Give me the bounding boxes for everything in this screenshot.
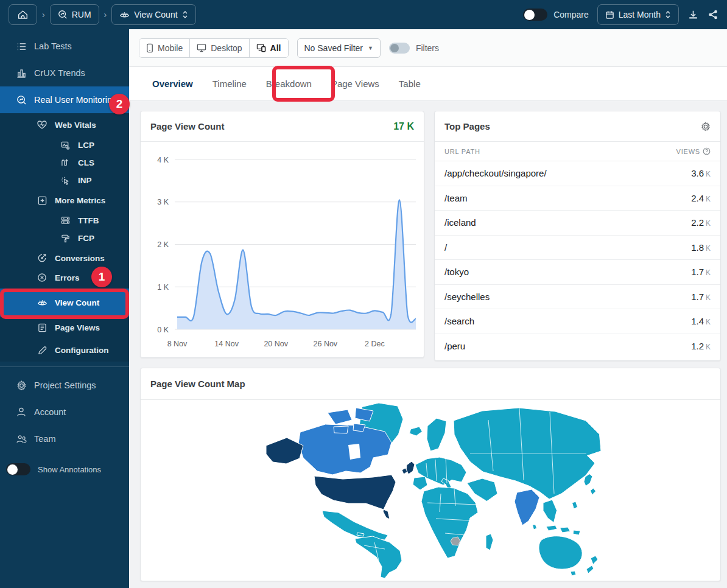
tab-table[interactable]: Table [399,79,421,89]
caret-down-icon: ▼ [368,45,373,51]
country-philippines [572,502,578,509]
region-arctic-islands [334,426,348,433]
list-icon [16,42,27,51]
sidebar: Lab Tests CrUX Trends Real User Monitori… [0,29,129,588]
device-all-button[interactable]: All [250,39,288,57]
saved-filter-value: No Saved Filter [304,43,363,53]
saved-filter-select[interactable]: No Saved Filter ▼ [297,38,381,58]
compare-toggle-knob [524,10,535,20]
sidebar-item-page-views[interactable]: Page Views [0,317,129,338]
devices-icon [256,43,266,52]
table-row[interactable]: /1.8K [435,236,720,261]
download-button[interactable] [687,9,699,20]
show-annotations-toggle[interactable] [6,463,30,475]
home-icon [18,10,28,19]
sidebar-item-more-metrics[interactable]: More Metrics [0,189,129,211]
country-sri-lanka [533,525,537,530]
map-nodata-countries[interactable] [451,537,460,545]
sidebar-item-inp[interactable]: INP [0,172,129,189]
plus-square-icon [37,196,47,205]
region-arctic-islands [353,424,365,432]
sidebar-item-view-count[interactable]: View Count [0,289,129,317]
panel-title: Page View Count [150,121,224,131]
sidebar-item-ttfb[interactable]: TTFB [0,211,129,229]
pencil-icon [37,346,47,355]
calendar-icon [605,10,614,19]
row-value: 2.2 [691,217,704,228]
region-arctic-islands [328,410,352,424]
row-path: /team [444,193,468,203]
filters-toggle[interactable] [389,43,410,54]
table-row[interactable]: /seychelles1.7K [435,285,720,310]
compare-toggle[interactable] [523,9,547,21]
tab-breakdown[interactable]: Breakdown [266,79,312,89]
error-circle-icon [37,273,47,282]
tab-timeline[interactable]: Timeline [212,79,247,89]
row-value: 3.6 [691,168,704,178]
shift-icon [60,159,71,167]
hudson-bay [348,444,360,460]
table-row[interactable]: /peru1.2K [435,334,720,359]
sidebar-item-crux-trends[interactable]: CrUX Trends [0,60,129,86]
row-unit: K [706,195,711,203]
device-desktop-button[interactable]: Desktop [190,39,249,57]
sidebar-item-project-settings[interactable]: Project Settings [0,372,129,399]
panel-title: Top Pages [444,121,490,131]
row-unit: K [706,318,711,326]
eye-icon [37,298,47,307]
sidebar-item-label: Errors [55,273,80,282]
share-button[interactable] [708,9,718,20]
tab-overview[interactable]: Overview [152,79,193,89]
world-map[interactable] [255,402,606,579]
row-unit: K [706,170,711,178]
table-row[interactable]: /iceland2.2K [435,211,720,236]
tab-page-views[interactable]: Page Views [331,79,379,89]
table-row[interactable]: /app/checkout/singapore/3.6K [435,161,720,186]
sidebar-item-lab-tests[interactable]: Lab Tests [0,33,129,60]
sidebar-item-label: Conversions [55,254,105,263]
sidebar-item-fcp[interactable]: FCP [0,229,129,247]
top-pages-panel: Top Pages URL PATH VIEWS /app/checkout/s… [434,111,721,361]
sidebar-item-label: Page Views [55,323,100,332]
top-pages-header: Top Pages [435,111,720,142]
sidebar-item-web-vitals[interactable]: Web Vitals [0,113,129,136]
country-iceland [410,427,423,436]
sidebar-item-label: Account [34,407,66,417]
svg-text:3 K: 3 K [157,198,169,206]
date-range-label: Last Month [619,10,661,19]
rum-icon [16,95,27,105]
sidebar-item-configuration[interactable]: Configuration [0,338,129,362]
eye-icon [119,10,130,19]
table-row[interactable]: /search1.4K [435,309,720,334]
share-icon [708,9,718,20]
sidebar-item-conversions[interactable]: Conversions [0,247,129,269]
sort-arrows-icon [182,10,188,19]
metric-selector-button[interactable]: View Count [111,4,195,25]
top-bar: › RUM › View Count Compare Last Month [0,0,727,29]
row-value: 1.7 [691,292,704,302]
breadcrumb-rum-button[interactable]: RUM [50,4,99,25]
sidebar-item-lcp[interactable]: LCP [0,136,129,154]
row-path: /search [444,316,474,326]
map-header: Page View Count Map [141,368,720,400]
help-icon[interactable] [703,147,711,155]
device-mobile-button[interactable]: Mobile [139,39,190,57]
table-row[interactable]: /tokyo1.7K [435,260,720,285]
table-row[interactable]: /team2.4K [435,186,720,211]
show-annotations-label: Show Annotations [38,465,101,474]
show-annotations-toggle-knob [7,464,18,475]
sidebar-item-cls[interactable]: CLS [0,154,129,172]
sidebar-item-team[interactable]: Team [0,425,129,452]
svg-text:2 K: 2 K [157,240,169,249]
country-iberia [413,477,427,490]
page-view-count-chart[interactable]: 0 K1 K2 K3 K4 K8 Nov14 Nov20 Nov26 Nov2 … [141,142,424,357]
top-pages-settings-button[interactable] [701,122,711,131]
device-segmented-control: Mobile Desktop All [139,38,289,58]
svg-text:0 K: 0 K [157,326,169,334]
home-button[interactable] [9,4,37,25]
svg-text:1 K: 1 K [157,283,169,292]
top-pages-rows: /app/checkout/singapore/3.6K /team2.4K /… [435,161,720,359]
date-range-button[interactable]: Last Month [597,4,679,25]
breadcrumb-separator: › [104,10,107,19]
sidebar-item-account[interactable]: Account [0,399,129,425]
